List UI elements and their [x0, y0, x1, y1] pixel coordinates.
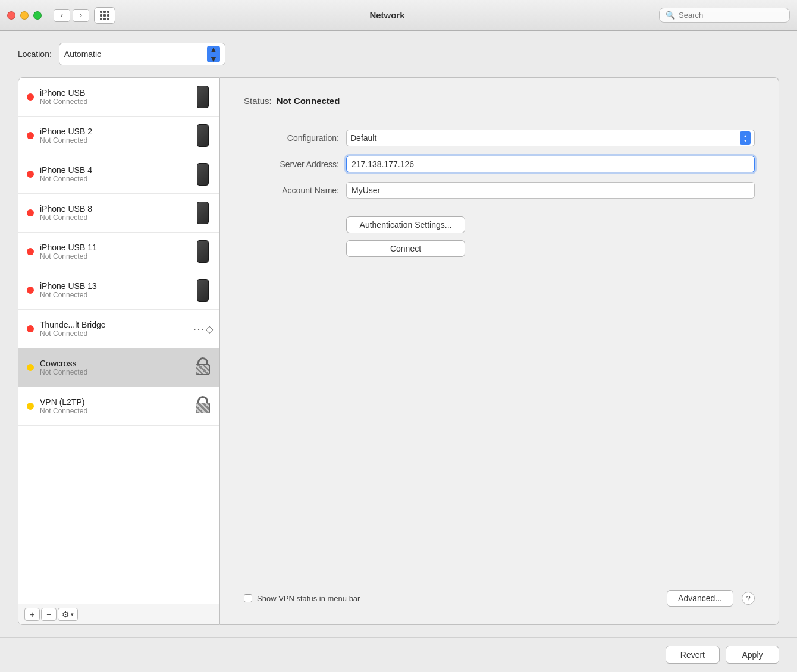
help-button[interactable]: ?	[742, 592, 755, 605]
titlebar: ‹ › Network 🔍	[0, 0, 797, 31]
sidebar-item-iphone-usb-13[interactable]: iPhone USB 13 Not Connected	[18, 271, 219, 310]
search-input[interactable]	[679, 11, 783, 20]
bottom-bar: Show VPN status in menu bar Advanced... …	[244, 590, 755, 607]
nav-buttons: ‹ ›	[54, 9, 89, 22]
grid-view-button[interactable]	[94, 7, 115, 24]
status-dot-red	[27, 171, 34, 178]
status-dot-red	[27, 248, 34, 255]
item-status: Not Connected	[40, 329, 189, 338]
item-status: Not Connected	[40, 368, 189, 376]
item-info: iPhone USB 11 Not Connected	[40, 243, 189, 260]
sidebar-item-iphone-usb-8[interactable]: iPhone USB 8 Not Connected	[18, 194, 219, 233]
gear-icon: ⚙	[62, 610, 70, 619]
status-dot-red	[27, 209, 34, 216]
sidebar-list: iPhone USB Not Connected iPhone USB 2 No…	[18, 78, 219, 604]
item-name: iPhone USB 4	[40, 165, 189, 175]
minimize-button[interactable]	[20, 11, 29, 20]
sidebar-item-iphone-usb-2[interactable]: iPhone USB 2 Not Connected	[18, 117, 219, 155]
phone-icon	[194, 84, 211, 110]
stepper-up-icon: ▲	[743, 134, 748, 138]
config-row: Configuration: Default ▲ ▼	[244, 130, 755, 146]
remove-button[interactable]: −	[41, 608, 57, 621]
item-info: iPhone USB 4 Not Connected	[40, 165, 189, 183]
window-title: Network	[115, 10, 659, 20]
item-info: Thunde...lt Bridge Not Connected	[40, 320, 189, 338]
lock-icon	[194, 393, 211, 419]
item-info: iPhone USB 2 Not Connected	[40, 127, 189, 145]
item-status: Not Connected	[40, 407, 189, 415]
revert-button[interactable]: Revert	[666, 646, 720, 664]
item-status: Not Connected	[40, 98, 189, 106]
add-button[interactable]: +	[24, 608, 40, 621]
config-select[interactable]: Default ▲ ▼	[346, 130, 755, 146]
stepper-up-icon: ▲	[209, 45, 218, 54]
item-info: iPhone USB Not Connected	[40, 88, 189, 106]
forward-button[interactable]: ›	[73, 9, 89, 22]
config-stepper[interactable]: ▲ ▼	[740, 131, 751, 145]
auth-settings-button[interactable]: Authentication Settings...	[346, 216, 465, 233]
item-info: Cowcross Not Connected	[40, 359, 189, 376]
back-button[interactable]: ‹	[54, 9, 70, 22]
action-buttons: Authentication Settings... Connect	[244, 216, 755, 257]
item-name: Cowcross	[40, 359, 189, 368]
server-label: Server Address:	[244, 159, 339, 169]
sidebar-item-cowcross[interactable]: Cowcross Not Connected	[18, 348, 219, 387]
status-label: Status:	[244, 96, 272, 106]
item-name: iPhone USB 11	[40, 243, 189, 252]
location-bar: Location: Automatic ▲ ▼	[18, 43, 779, 65]
stepper-down-icon: ▼	[209, 55, 218, 63]
thunderbolt-icon: ⋯ ◇	[194, 316, 211, 342]
maximize-button[interactable]	[33, 11, 42, 20]
main-content: Location: Automatic ▲ ▼ iPhone USB Not C…	[0, 31, 797, 637]
chevron-down-icon: ▾	[71, 611, 74, 617]
item-info: iPhone USB 8 Not Connected	[40, 204, 189, 222]
phone-icon	[194, 200, 211, 226]
item-name: Thunde...lt Bridge	[40, 320, 189, 329]
sidebar-item-thunderbolt[interactable]: Thunde...lt Bridge Not Connected ⋯ ◇	[18, 310, 219, 348]
location-stepper[interactable]: ▲ ▼	[207, 46, 220, 62]
item-name: iPhone USB 8	[40, 204, 189, 213]
sidebar-item-iphone-usb-11[interactable]: iPhone USB 11 Not Connected	[18, 233, 219, 271]
status-value: Not Connected	[277, 96, 340, 106]
vpn-status-checkbox[interactable]	[244, 594, 252, 602]
config-value: Default	[350, 133, 376, 143]
item-info: VPN (L2TP) Not Connected	[40, 397, 189, 415]
sidebar-item-vpn-l2tp[interactable]: VPN (L2TP) Not Connected	[18, 387, 219, 426]
sidebar-toolbar: + − ⚙ ▾	[18, 604, 219, 624]
connect-button[interactable]: Connect	[346, 240, 465, 257]
apply-button[interactable]: Apply	[726, 646, 779, 664]
form-area: Configuration: Default ▲ ▼ Server Addres…	[244, 130, 755, 199]
grid-icon	[100, 11, 109, 20]
traffic-lights	[7, 11, 42, 20]
sidebar-item-iphone-usb[interactable]: iPhone USB Not Connected	[18, 78, 219, 117]
item-status: Not Connected	[40, 213, 189, 222]
advanced-button[interactable]: Advanced...	[667, 590, 733, 607]
location-select[interactable]: Automatic ▲ ▼	[59, 43, 225, 65]
account-label: Account Name:	[244, 186, 339, 195]
location-value: Automatic	[64, 49, 101, 59]
status-dot-red	[27, 325, 34, 332]
footer: Revert Apply	[0, 637, 797, 672]
close-button[interactable]	[7, 11, 15, 20]
sidebar-item-iphone-usb-4[interactable]: iPhone USB 4 Not Connected	[18, 155, 219, 194]
item-status: Not Connected	[40, 175, 189, 183]
gear-menu-button[interactable]: ⚙ ▾	[58, 608, 78, 621]
account-name-input[interactable]	[346, 182, 755, 199]
lock-icon	[194, 354, 211, 381]
vpn-checkbox-wrap: Show VPN status in menu bar	[244, 594, 360, 603]
phone-icon	[194, 277, 211, 303]
item-name: iPhone USB 13	[40, 281, 189, 291]
status-dot-yellow	[27, 364, 34, 371]
status-dot-red	[27, 93, 34, 101]
location-label: Location:	[18, 49, 52, 59]
phone-icon	[194, 238, 211, 265]
item-status: Not Connected	[40, 252, 189, 260]
sidebar: iPhone USB Not Connected iPhone USB 2 No…	[18, 77, 220, 625]
search-bar[interactable]: 🔍	[659, 8, 790, 23]
item-name: iPhone USB	[40, 88, 189, 98]
item-status: Not Connected	[40, 291, 189, 299]
item-info: iPhone USB 13 Not Connected	[40, 281, 189, 299]
status-dot-yellow	[27, 403, 34, 410]
server-address-input[interactable]	[346, 156, 755, 172]
status-dot-red	[27, 287, 34, 294]
